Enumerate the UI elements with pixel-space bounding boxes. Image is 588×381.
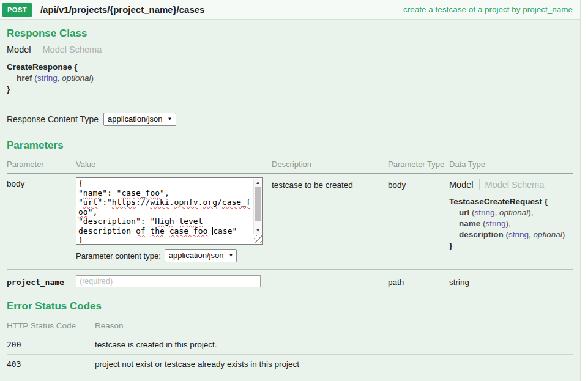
body-value-editor[interactable]: {"name": "case_foo","url":"https://wiki.… [76,177,263,245]
editor-text-segment: https [112,198,136,207]
editor-line: } [78,235,252,243]
scroll-down-button[interactable]: ▼ [254,226,262,234]
parameters-header-row: Parameter Value Description Parameter Ty… [7,157,573,174]
error-codes-rows: 200testcase is created in this project.4… [7,335,573,381]
param-name-project-name: project_name [7,275,76,287]
editor-text-segment: case_f [222,198,251,207]
parameter-content-type-select[interactable]: application/json ▼ [165,249,237,262]
tab-model-schema[interactable]: Model Schema [43,45,102,54]
error-code-row: 400body or name not provided [7,374,573,381]
param-row-body: body {"name": "case_foo","url":"https://… [7,174,573,262]
resize-handle[interactable] [254,235,262,243]
body-editor-text[interactable]: {"name": "case_foo","url":"https://wiki.… [78,179,252,243]
editor-text-segment: the [150,226,164,235]
param-value-cell: {"name": "case_foo","url":"https://wiki.… [76,179,272,262]
editor-text-segment: of [136,226,146,235]
col-parameter-type: Parameter Type [388,160,449,169]
editor-text-segment: { [78,179,83,188]
reason-cell: testcase is created in this project. [95,340,573,349]
col-http-status-code: HTTP Status Code [7,321,95,330]
param-name-body: body [7,179,76,262]
editor-text-segment: ", [88,207,98,216]
tab-model[interactable]: Model [449,180,474,190]
error-codes-header-row: HTTP Status Code Reason [7,317,573,335]
editor-text-segment: description [78,226,136,235]
model-signature-line: } [449,240,573,251]
editor-text-segment: ":" [97,198,111,207]
editor-text-segment: ", [160,188,169,198]
editor-text-segment: . [198,198,203,207]
model-signature-line: name (string), [449,218,573,229]
operation-content: Response Class Model Model Schema Create… [0,28,580,381]
parameters-title: Parameters [7,139,573,152]
chevron-down-icon: ▼ [228,253,233,258]
editor-text-segment [207,226,212,235]
editor-scrollbar[interactable]: ▲ ▼ [253,179,262,234]
param-description-body: testcase to be created [272,179,388,262]
response-content-type-row: Response Content Type application/json ▼ [7,113,573,126]
status-code-cell: 403 [7,360,95,369]
response-content-type-label: Response Content Type [7,114,99,124]
response-class-title: Response Class [7,28,573,40]
editor-text-segment: " [78,198,83,207]
editor-line: "name": "case_foo", [78,188,252,198]
operation-heading: POST /api/v1/projects/{project_name}/cas… [0,0,580,20]
editor-text-segment: " [78,188,83,198]
editor-text-segment: / [217,198,222,207]
param-type-project-name: path [388,275,449,287]
model-signature-line: CreateResponse { [7,62,573,73]
editor-text-segment: url [83,198,97,207]
tab-separator [37,44,37,54]
request-model-signature: TestcaseCreateRequest {url (string, opti… [449,196,573,251]
editor-text-segment: "description": " [78,216,155,226]
tab-model[interactable]: Model [7,45,31,54]
data-type-tabs: Model Model Schema [449,179,573,190]
project-name-input[interactable] [76,275,261,287]
editor-text-segment: level [179,216,203,226]
endpoint-path-link[interactable]: /api/v1/projects/{project_name}/cases [40,4,204,15]
error-code-row: 200testcase is created in this project. [7,335,573,354]
param-type-body: body [388,179,449,262]
editor-line: "url":"https://wiki.opnfv.org/case_f [78,198,252,207]
model-signature-line: TestcaseCreateRequest { [449,196,573,207]
operation-panel: POST /api/v1/projects/{project_name}/cas… [0,0,581,381]
col-parameter: Parameter [7,160,76,169]
editor-text-segment: ": " [102,188,121,198]
param-value-cell [76,275,272,287]
status-code-cell: 200 [7,340,95,349]
scroll-up-button[interactable]: ▲ [254,179,262,187]
col-value: Value [76,160,272,169]
editor-text-segment: case" [213,226,237,235]
tab-separator [479,179,480,190]
operation-summary-link[interactable]: create a testcase of a project by projec… [403,5,573,14]
model-signature-line: href (string, optional) [7,73,573,84]
error-code-row: 403project not exist or testcase already… [7,354,573,374]
editor-text-segment: oo [78,207,88,216]
editor-text-segment: . [169,198,174,207]
data-type-cell: Model Model Schema TestcaseCreateRequest… [449,179,573,262]
reason-cell: project not exist or testcase already ex… [95,360,573,369]
editor-text-segment [165,226,169,235]
chevron-down-icon: ▼ [168,116,173,122]
scrollbar-thumb[interactable] [255,187,261,221]
editor-line: { [78,179,252,188]
editor-text-segment: High [155,216,174,226]
editor-text-segment: :// [136,198,150,207]
col-description: Description [272,160,388,169]
http-method-badge: POST [2,3,32,17]
editor-text-segment: case_foo [121,188,160,198]
model-signature-line: description (string, optional) [449,229,573,240]
response-class-tabs: Model Model Schema [7,44,573,54]
response-content-type-value: application/json [108,114,163,124]
data-type-project-name: string [449,275,573,287]
response-model-signature: CreateResponse {href (string, optional)} [7,62,573,95]
col-reason: Reason [95,321,573,330]
parameter-content-type-row: Parameter content type: application/json… [76,249,272,262]
response-content-type-select[interactable]: application/json ▼ [103,113,176,126]
col-data-type: Data Type [449,160,573,169]
tab-model-schema[interactable]: Model Schema [485,180,545,190]
editor-line: "description": "High level [78,216,252,226]
param-row-project-name: project_name path string [7,270,573,294]
editor-text-segment: name [83,188,102,198]
parameter-content-type-label: Parameter content type: [76,251,161,261]
